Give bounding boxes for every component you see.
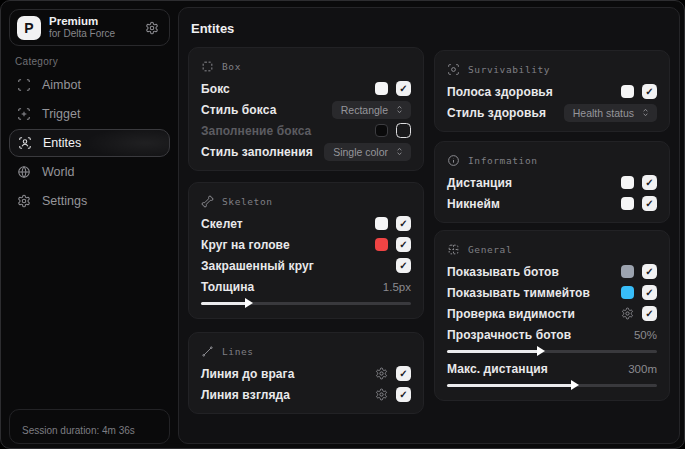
check-icon: ✓ — [645, 198, 653, 209]
check-icon: ✓ — [399, 83, 407, 94]
slider-thumb[interactable] — [245, 298, 253, 308]
color-swatch[interactable] — [375, 217, 388, 230]
slider-thumb[interactable] — [571, 380, 579, 390]
slider-fill — [447, 350, 539, 353]
crosshair-scan-icon — [17, 107, 31, 121]
setting-row-head-circle: Круг на голове ✓ — [201, 234, 411, 255]
color-swatch[interactable] — [375, 82, 388, 95]
check-icon: ✓ — [645, 287, 653, 298]
sidebar-item-entites[interactable]: Entites — [9, 129, 170, 157]
gear-icon[interactable] — [375, 367, 388, 380]
color-swatch[interactable] — [375, 124, 388, 137]
setting-row-distance: Дистанция ✓ — [447, 172, 657, 193]
check-icon: ✓ — [399, 389, 407, 400]
diagonal-line-icon — [201, 345, 214, 358]
sidebar-item-label: Trigget — [42, 107, 80, 121]
setting-row-view-line: Линия взгляда ✓ — [201, 384, 411, 405]
setting-row-fill-style: Стиль заполнения Single color — [201, 141, 411, 162]
checkbox-checked[interactable]: ✓ — [642, 306, 657, 321]
card-general: General Показывать ботов ✓ Показывать ти… — [434, 230, 670, 401]
checkbox-checked[interactable]: ✓ — [642, 264, 657, 279]
page-title: Entites — [191, 21, 234, 36]
globe-icon — [17, 165, 31, 179]
card-lines: Lines Линия до врага ✓ Линия взгляда ✓ — [188, 332, 424, 414]
sidebar-item-trigget[interactable]: Trigget — [9, 100, 170, 128]
card-title: Skeleton — [222, 196, 273, 207]
check-icon: ✓ — [399, 260, 407, 271]
session-card: Session duration: 4m 36s — [9, 409, 170, 444]
brand-subtitle: for Delta Force — [49, 28, 137, 40]
health-style-dropdown[interactable]: Health status — [564, 104, 657, 122]
bone-icon — [201, 195, 214, 208]
info-icon — [447, 154, 460, 167]
sidebar-item-aimbot[interactable]: Aimbot — [9, 71, 170, 99]
setting-row-show-teammates: Показывать тиммейтов ✓ — [447, 282, 657, 303]
chevrons-up-down-icon — [394, 104, 405, 115]
setting-row-skeleton: Скелет ✓ — [201, 213, 411, 234]
brand-card: P Premium for Delta Force — [9, 9, 170, 46]
sidebar-item-settings[interactable]: Settings — [9, 187, 170, 215]
card-title: Survivability — [468, 64, 550, 75]
bot-opacity-slider[interactable] — [447, 345, 657, 358]
setting-row-box: Бокс ✓ — [201, 78, 411, 99]
category-label: Category — [15, 56, 58, 67]
scan-icon — [17, 78, 31, 92]
card-title: General — [468, 244, 512, 255]
checkbox-checked[interactable]: ✓ — [642, 84, 657, 99]
color-swatch[interactable] — [375, 238, 388, 251]
gear-icon[interactable] — [375, 388, 388, 401]
brand-title: Premium — [49, 15, 137, 28]
sidebar: P Premium for Delta Force Category Aimbo… — [1, 1, 178, 448]
checkbox-checked[interactable]: ✓ — [642, 175, 657, 190]
checkbox-unchecked[interactable] — [396, 123, 411, 138]
slider-value: 1.5px — [383, 281, 411, 293]
sidebar-item-world[interactable]: World — [9, 158, 170, 186]
scan-circle-icon — [447, 63, 460, 76]
session-duration: Session duration: 4m 36s — [22, 425, 135, 436]
slider-value: 300m — [628, 363, 657, 375]
color-swatch[interactable] — [621, 85, 634, 98]
color-swatch[interactable] — [621, 286, 634, 299]
grid-dashed-icon — [447, 243, 460, 256]
color-swatch[interactable] — [621, 265, 634, 278]
slider-thumb[interactable] — [537, 346, 545, 356]
setting-row-thickness: Толщина 1.5px — [201, 276, 411, 297]
setting-row-visibility-check: Проверка видимости ✓ — [447, 303, 657, 324]
check-icon: ✓ — [645, 177, 653, 188]
checkbox-checked[interactable]: ✓ — [396, 81, 411, 96]
color-swatch[interactable] — [621, 197, 634, 210]
checkbox-checked[interactable]: ✓ — [396, 237, 411, 252]
person-scan-icon — [18, 136, 32, 150]
box-style-dropdown[interactable]: Rectangle — [332, 101, 411, 119]
check-icon: ✓ — [645, 266, 653, 277]
checkbox-checked[interactable]: ✓ — [642, 196, 657, 211]
check-icon: ✓ — [645, 86, 653, 97]
thickness-slider[interactable] — [201, 297, 411, 310]
card-box: Box Бокс ✓ Стиль бокса Rectangle — [188, 47, 424, 171]
card-title: Box — [222, 61, 241, 72]
color-swatch[interactable] — [621, 176, 634, 189]
checkbox-checked[interactable]: ✓ — [396, 366, 411, 381]
card-title: Lines — [222, 346, 254, 357]
gear-icon[interactable] — [145, 21, 159, 35]
square-dashed-icon — [201, 60, 214, 73]
check-icon: ✓ — [645, 308, 653, 319]
setting-row-box-fill: Заполнение бокса — [201, 120, 411, 141]
slider-fill — [201, 302, 247, 305]
max-distance-slider[interactable] — [447, 379, 657, 392]
sidebar-nav: Aimbot Trigget Entites World — [9, 71, 170, 216]
checkbox-checked[interactable]: ✓ — [642, 285, 657, 300]
checkbox-checked[interactable]: ✓ — [396, 216, 411, 231]
gear-icon[interactable] — [621, 307, 634, 320]
main-panel: Entites Box Бокс ✓ Стиль бокса Rectangle — [178, 7, 680, 444]
slider-fill — [447, 384, 573, 387]
setting-row-bot-opacity: Прозрачность ботов 50% — [447, 324, 657, 345]
setting-row-max-distance: Макс. дистанция 300m — [447, 358, 657, 379]
setting-row-enemy-line: Линия до врага ✓ — [201, 363, 411, 384]
card-information: Information Дистанция ✓ Никнейм ✓ — [434, 141, 670, 223]
sidebar-item-label: Entites — [43, 136, 81, 150]
fill-style-dropdown[interactable]: Single color — [324, 143, 411, 161]
slider-value: 50% — [634, 329, 657, 341]
checkbox-checked[interactable]: ✓ — [396, 387, 411, 402]
checkbox-checked[interactable]: ✓ — [396, 258, 411, 273]
